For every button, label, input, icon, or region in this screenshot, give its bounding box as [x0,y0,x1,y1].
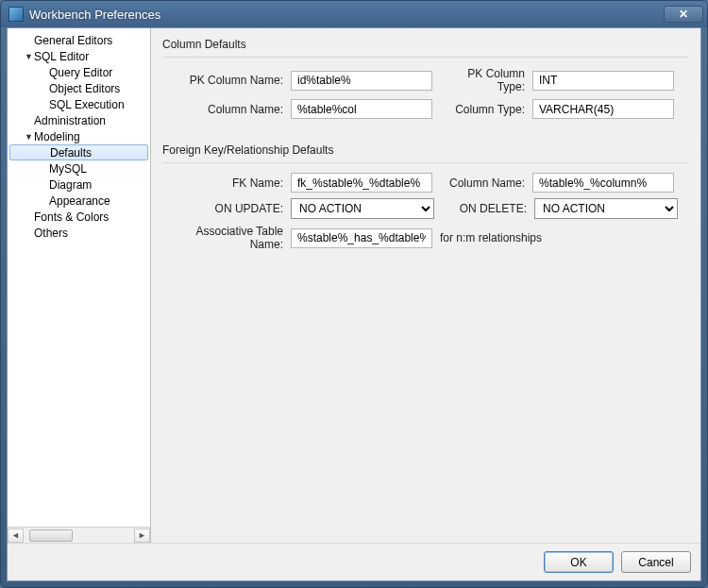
tree-item-label: SQL Editor [34,50,89,63]
tree-item-label: Fonts & Colors [34,210,109,224]
scroll-track[interactable] [24,529,134,543]
tree-item-object-editors[interactable]: Object Editors [8,80,150,96]
tree-item-others[interactable]: Others [8,225,150,241]
tree-item-sql-execution[interactable]: SQL Execution [8,96,150,112]
tree-item-label: Defaults [50,146,92,160]
preferences-window: Workbench Preferences ✕ General Editors▼… [0,0,708,588]
on-delete-select[interactable]: NO ACTION [534,198,678,219]
window-title: Workbench Preferences [29,8,664,22]
scroll-left-arrow[interactable]: ◄ [8,529,24,543]
tree-item-label: Modeling [34,130,80,143]
tree-item-general-editors[interactable]: General Editors [8,32,150,48]
tree-item-defaults[interactable]: Defaults [9,144,148,160]
form-row: PK Column Name: PK Column Type: [162,67,689,93]
tree-item-label: Object Editors [49,82,120,95]
fk-name-label: FK Name: [162,176,283,190]
column-name-input[interactable] [291,99,432,119]
app-icon [8,7,24,22]
titlebar[interactable]: Workbench Preferences ✕ [1,1,707,27]
tree-item-modeling[interactable]: ▼Modeling [8,128,150,144]
pk-column-type-label: PK Column Type: [440,67,525,93]
horizontal-scrollbar[interactable]: ◄ ► [8,527,150,543]
form-row: Column Name: Column Type: [162,99,689,119]
form-row: Associative Table Name: for n:m relation… [162,225,689,251]
settings-panel: Column Defaults PK Column Name: PK Colum… [151,28,700,543]
tree-item-label: Administration [34,114,106,127]
tree-item-sql-editor[interactable]: ▼SQL Editor [8,48,150,64]
assoc-note: for n:m relationships [440,231,542,244]
tree-item-diagram[interactable]: Diagram [8,176,150,193]
disclosure-expanded-icon[interactable]: ▼ [25,52,34,61]
cancel-button[interactable]: Cancel [621,551,691,573]
tree-item-fonts-colors[interactable]: Fonts & Colors [8,209,150,225]
pk-column-type-input[interactable] [532,71,674,91]
close-button[interactable]: ✕ [664,6,703,23]
column-type-input[interactable] [532,99,674,119]
tree-item-label: General Editors [34,34,112,47]
client-area: General Editors▼SQL EditorQuery EditorOb… [7,27,701,581]
on-update-label: ON UPDATE: [162,202,283,215]
column-defaults-title: Column Defaults [162,38,689,51]
fk-column-name-label: Column Name: [440,176,525,190]
tree-item-query-editor[interactable]: Query Editor [8,64,150,80]
assoc-table-input[interactable] [291,228,432,248]
scroll-thumb[interactable] [29,529,73,542]
button-bar: OK Cancel [8,543,700,580]
fk-column-name-input[interactable] [532,173,674,193]
scroll-right-arrow[interactable]: ► [134,529,150,543]
close-icon: ✕ [679,8,688,21]
preferences-tree[interactable]: General Editors▼SQL EditorQuery EditorOb… [8,28,150,527]
tree-item-label: SQL Execution [49,98,125,111]
tree-item-label: Query Editor [49,66,112,79]
pk-column-name-input[interactable] [291,71,432,91]
sidebar: General Editors▼SQL EditorQuery EditorOb… [8,28,151,543]
separator [162,162,689,163]
on-delete-label: ON DELETE: [442,202,527,215]
assoc-table-label: Associative Table Name: [162,225,283,251]
fk-defaults-title: Foreign Key/Relationship Defaults [162,143,689,157]
form-row: FK Name: Column Name: [162,173,689,193]
pk-column-name-label: PK Column Name: [162,74,283,87]
separator [162,57,689,58]
form-row: ON UPDATE: NO ACTION ON DELETE: NO ACTIO… [162,198,689,219]
ok-button[interactable]: OK [544,551,614,573]
tree-item-label: Others [34,227,68,240]
tree-item-label: Diagram [49,178,92,192]
disclosure-expanded-icon[interactable]: ▼ [25,132,34,142]
tree-item-administration[interactable]: Administration [8,112,150,128]
tree-item-label: MySQL [49,162,87,176]
column-name-label: Column Name: [162,103,283,116]
tree-item-label: Appearance [49,194,110,208]
fk-name-input[interactable] [291,173,432,193]
split-pane: General Editors▼SQL EditorQuery EditorOb… [8,28,700,543]
tree-item-appearance[interactable]: Appearance [8,193,150,209]
on-update-select[interactable]: NO ACTION [291,198,434,219]
tree-item-mysql[interactable]: MySQL [8,160,150,176]
column-type-label: Column Type: [440,103,525,116]
